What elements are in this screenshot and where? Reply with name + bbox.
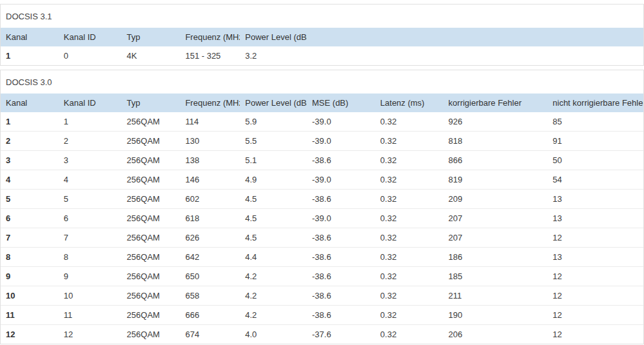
- column-header: Kanal: [1, 94, 59, 112]
- data-cell: 207: [444, 209, 548, 228]
- table-row: 66256QAM6184.5-39.00.3220713: [1, 209, 643, 228]
- docsis-31-section-title: DOCSIS 3.1: [1, 5, 643, 28]
- data-cell: 256QAM: [122, 112, 181, 132]
- data-cell: [444, 46, 548, 65]
- data-cell: 54: [547, 170, 643, 190]
- data-cell: 5.5: [240, 132, 307, 151]
- channel-cell: 1: [1, 112, 59, 132]
- data-cell: -38.6: [307, 248, 375, 267]
- column-header: Latenz (ms): [375, 94, 444, 112]
- data-cell: [375, 46, 444, 65]
- column-header: korrigierbare Fehler: [444, 94, 548, 112]
- channel-cell: 10: [1, 286, 59, 306]
- data-cell: -39.0: [307, 209, 375, 228]
- table-row: 99256QAM6504.2-38.60.3218512: [1, 267, 643, 286]
- data-cell: 0.32: [375, 228, 444, 248]
- channel-cell: 9: [1, 267, 59, 286]
- data-cell: 926: [444, 112, 548, 132]
- docsis-30-section: DOCSIS 3.0 KanalKanal IDTypFrequenz (MHz…: [0, 70, 644, 344]
- data-cell: 626: [180, 228, 240, 248]
- data-cell: 13: [547, 209, 643, 228]
- data-cell: 4.2: [240, 306, 307, 325]
- table-row: 33256QAM1385.1-38.60.3286650: [1, 151, 643, 170]
- data-cell: 2: [59, 132, 122, 151]
- data-cell: 85: [547, 112, 643, 132]
- data-cell: 4.5: [240, 209, 307, 228]
- column-header: Frequenz (MHz): [180, 28, 240, 46]
- data-cell: 4.9: [240, 170, 307, 190]
- data-cell: 0.32: [375, 286, 444, 306]
- table-row: 44256QAM1464.9-39.00.3281954: [1, 170, 643, 190]
- channel-cell: 5: [1, 190, 59, 209]
- data-cell: 146: [180, 170, 240, 190]
- data-cell: 0.32: [375, 325, 444, 344]
- data-cell: 866: [444, 151, 548, 170]
- docsis-30-table: KanalKanal IDTypFrequenz (MHz)Power Leve…: [1, 94, 643, 344]
- data-cell: 256QAM: [122, 248, 181, 267]
- data-cell: -37.6: [307, 325, 375, 344]
- column-header: Power Level (dBmV): [240, 28, 307, 46]
- data-cell: 4.5: [240, 228, 307, 248]
- data-cell: 650: [180, 267, 240, 286]
- data-cell: 13: [547, 248, 643, 267]
- data-cell: 256QAM: [122, 170, 181, 190]
- channel-cell: 7: [1, 228, 59, 248]
- data-cell: 4.2: [240, 267, 307, 286]
- data-cell: 1: [59, 112, 122, 132]
- data-cell: 0.32: [375, 190, 444, 209]
- header-row: KanalKanal IDTypFrequenz (MHz)Power Leve…: [1, 94, 643, 112]
- data-cell: -39.0: [307, 132, 375, 151]
- data-cell: 12: [547, 286, 643, 306]
- data-cell: 12: [547, 267, 643, 286]
- column-header: MSE (dB): [307, 94, 375, 112]
- data-cell: 8: [59, 248, 122, 267]
- data-cell: 114: [180, 112, 240, 132]
- data-cell: 0.32: [375, 248, 444, 267]
- column-header: [444, 28, 548, 46]
- data-cell: 91: [547, 132, 643, 151]
- data-cell: 9: [59, 267, 122, 286]
- table-row: 55256QAM6024.5-38.60.3220913: [1, 190, 643, 209]
- column-header: Typ: [122, 94, 181, 112]
- data-cell: -38.6: [307, 286, 375, 306]
- table-row: 1010256QAM6584.2-38.60.3221112: [1, 286, 643, 306]
- header-row: KanalKanal IDTypFrequenz (MHz)Power Leve…: [1, 28, 643, 46]
- data-cell: 151 - 325: [180, 46, 240, 65]
- data-cell: 12: [547, 306, 643, 325]
- column-header: Kanal ID: [59, 28, 122, 46]
- data-cell: 256QAM: [122, 151, 181, 170]
- docsis-31-section: DOCSIS 3.1 KanalKanal IDTypFrequenz (MHz…: [0, 4, 644, 66]
- column-header: [547, 28, 643, 46]
- channel-cell: 11: [1, 306, 59, 325]
- data-cell: 256QAM: [122, 228, 181, 248]
- table-row: 77256QAM6264.5-38.60.3220712: [1, 228, 643, 248]
- channel-cell: 8: [1, 248, 59, 267]
- channel-cell: 1: [1, 46, 59, 65]
- data-cell: -39.0: [307, 112, 375, 132]
- data-cell: 0: [59, 46, 122, 65]
- column-header: Frequenz (MHz): [180, 94, 240, 112]
- table-row: 22256QAM1305.5-39.00.3281891: [1, 132, 643, 151]
- data-cell: -38.6: [307, 190, 375, 209]
- data-cell: 4.2: [240, 286, 307, 306]
- data-cell: 138: [180, 151, 240, 170]
- data-cell: 0.32: [375, 112, 444, 132]
- table-row: 1111256QAM6664.2-38.60.3219012: [1, 306, 643, 325]
- docsis-30-section-title: DOCSIS 3.0: [1, 70, 643, 94]
- table-row: 1212256QAM6744.0-37.60.3220612: [1, 325, 643, 344]
- data-cell: 12: [59, 325, 122, 344]
- data-cell: -38.6: [307, 267, 375, 286]
- data-cell: 618: [180, 209, 240, 228]
- data-cell: 209: [444, 190, 548, 209]
- data-cell: 50: [547, 151, 643, 170]
- table-row: 104K151 - 3253.2: [1, 46, 643, 65]
- column-header: Kanal ID: [59, 94, 122, 112]
- data-cell: [307, 46, 375, 65]
- data-cell: 190: [444, 306, 548, 325]
- column-header: nicht korrigierbare Fehler: [547, 94, 643, 112]
- data-cell: 0.32: [375, 209, 444, 228]
- data-cell: 256QAM: [122, 325, 181, 344]
- data-cell: 4.4: [240, 248, 307, 267]
- data-cell: 6: [59, 209, 122, 228]
- channel-cell: 12: [1, 325, 59, 344]
